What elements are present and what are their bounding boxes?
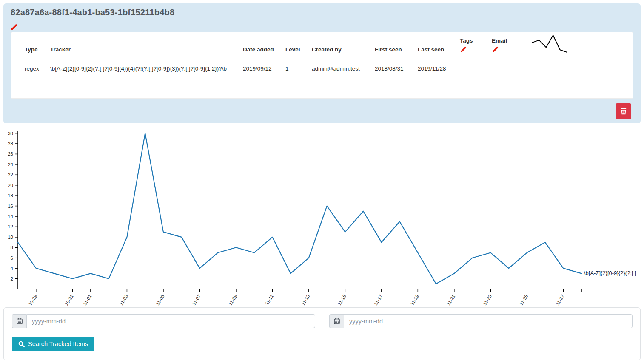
activity-sparkline xyxy=(530,33,570,54)
calendar-icon xyxy=(329,314,344,328)
tracked-items-chart-svg: 2468101214161820222426283010-2910-3111-0… xyxy=(0,127,644,307)
cell-level: 1 xyxy=(285,58,312,74)
col-header-date-added: Date added xyxy=(243,37,285,58)
svg-text:28: 28 xyxy=(8,141,13,146)
cell-first-seen: 2018/08/31 xyxy=(375,58,418,74)
svg-text:11-17: 11-17 xyxy=(373,294,384,306)
pencil-icon xyxy=(492,46,499,53)
svg-text:8: 8 xyxy=(11,245,13,250)
svg-text:11-01: 11-01 xyxy=(82,294,93,306)
svg-text:30: 30 xyxy=(8,131,13,136)
pencil-icon xyxy=(11,23,18,31)
svg-text:2: 2 xyxy=(11,276,13,281)
delete-tracker-button[interactable] xyxy=(616,103,631,119)
col-header-type: Type xyxy=(25,37,50,58)
svg-text:10: 10 xyxy=(8,235,13,240)
svg-text:16: 16 xyxy=(8,204,13,209)
table-row: regex \b[A-Z]{2}[0-9]{2}(?:[ ]?[0-9]{4})… xyxy=(25,58,531,74)
cell-last-seen: 2019/11/28 xyxy=(418,58,460,74)
search-icon xyxy=(18,341,25,347)
search-tracked-items-button[interactable]: Search Tracked Items xyxy=(12,337,94,351)
svg-text:11-23: 11-23 xyxy=(482,294,493,306)
date-from-input[interactable] xyxy=(26,314,315,328)
svg-text:11-13: 11-13 xyxy=(300,294,311,306)
svg-text:10-31: 10-31 xyxy=(64,294,74,306)
search-button-label: Search Tracked Items xyxy=(28,340,88,347)
cell-date-added: 2019/09/12 xyxy=(243,58,285,74)
svg-text:11-11: 11-11 xyxy=(264,294,274,306)
svg-text:11-05: 11-05 xyxy=(155,294,165,306)
trash-icon xyxy=(620,108,627,115)
svg-text:14: 14 xyxy=(8,214,13,219)
svg-text:\b[A-Z]{2}[0-9]{2}(?:[ ]: \b[A-Z]{2}[0-9]{2}(?:[ ] xyxy=(584,270,636,276)
cell-created-by: admin@admin.test xyxy=(312,58,375,74)
col-header-tags: Tags xyxy=(460,37,492,58)
svg-text:11-03: 11-03 xyxy=(118,294,129,306)
col-header-first-seen: First seen xyxy=(375,37,418,58)
svg-text:12: 12 xyxy=(8,224,13,229)
tracker-table: Type Tracker Date added Level Created by… xyxy=(25,37,531,74)
svg-text:10-29: 10-29 xyxy=(27,294,38,306)
svg-text:24: 24 xyxy=(8,162,13,167)
svg-text:11-19: 11-19 xyxy=(409,294,420,306)
pencil-icon xyxy=(460,46,467,53)
tracker-card: Type Tracker Date added Level Created by… xyxy=(11,32,633,99)
tags-label: Tags xyxy=(460,37,488,44)
col-header-level: Level xyxy=(285,37,312,58)
cell-tracker: \b[A-Z]{2}[0-9]{2}(?:[ ]?[0-9]{4}){4}(?!… xyxy=(50,58,243,74)
col-header-last-seen: Last seen xyxy=(418,37,460,58)
svg-text:20: 20 xyxy=(8,183,13,188)
date-to-input[interactable] xyxy=(344,314,633,328)
col-header-created-by: Created by xyxy=(312,37,375,58)
tracker-summary-panel: 82a87a6a-88f1-4ab1-ba53-1bf15211b4b8 Typ… xyxy=(3,3,641,123)
svg-text:11-07: 11-07 xyxy=(191,294,202,306)
date-from-group xyxy=(12,314,315,328)
table-header-row: Type Tracker Date added Level Created by… xyxy=(25,37,531,58)
edit-email-button[interactable] xyxy=(492,46,499,53)
svg-text:26: 26 xyxy=(8,151,13,156)
col-header-tracker: Tracker xyxy=(50,37,243,58)
cell-tags xyxy=(460,58,492,74)
edit-title-button[interactable] xyxy=(10,23,18,31)
svg-text:11-21: 11-21 xyxy=(446,294,456,306)
tracked-items-chart: 2468101214161820222426283010-2910-3111-0… xyxy=(0,127,644,307)
cell-type: regex xyxy=(25,58,50,74)
svg-text:18: 18 xyxy=(8,193,13,198)
page-title: 82a87a6a-88f1-4ab1-ba53-1bf15211b4b8 xyxy=(11,8,174,17)
email-label: Email xyxy=(492,37,527,44)
edit-tags-button[interactable] xyxy=(460,46,467,53)
search-panel: Search Tracked Items xyxy=(3,307,641,360)
svg-text:22: 22 xyxy=(8,172,13,177)
svg-text:11-27: 11-27 xyxy=(555,294,565,306)
svg-text:4: 4 xyxy=(11,266,14,271)
svg-text:11-09: 11-09 xyxy=(228,294,238,306)
col-header-email: Email xyxy=(492,37,531,58)
svg-text:11-15: 11-15 xyxy=(336,294,347,306)
cell-email xyxy=(492,58,531,74)
svg-text:11-25: 11-25 xyxy=(519,294,529,306)
svg-text:6: 6 xyxy=(11,255,13,261)
calendar-icon xyxy=(12,314,26,328)
date-to-group xyxy=(329,314,633,328)
